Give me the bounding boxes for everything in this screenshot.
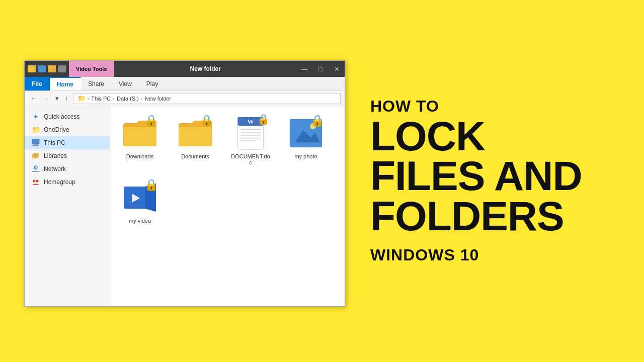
file-item-my-photo[interactable]: 🔒 my photo xyxy=(283,113,329,167)
file-item-document-doc[interactable]: W 🔒 DOCUMENT.doc xyxy=(228,113,273,167)
document-lock-icon: 🔒 xyxy=(257,113,270,125)
homegroup-icon xyxy=(32,178,40,186)
up-button[interactable]: ↑ xyxy=(63,95,70,102)
recent-button[interactable]: ▾ xyxy=(54,95,60,102)
tab-play[interactable]: Play xyxy=(139,77,166,90)
ribbon-tabs: File Home Share View Play xyxy=(25,77,345,91)
tb-icon-2 xyxy=(38,65,46,72)
tb-icon-1 xyxy=(28,65,36,72)
photo-lock-icon: 🔒 xyxy=(310,114,324,127)
file-item-my-video[interactable]: 🔒 my video xyxy=(117,177,163,226)
document-doc-label: DOCUMENT.doc xyxy=(230,153,271,165)
tab-file[interactable]: File xyxy=(25,77,50,90)
main-content: ✦ Quick access 📁 OneDrive This PC xyxy=(25,106,345,306)
this-pc-icon xyxy=(32,139,40,147)
address-path[interactable]: 📁 › This PC › Data (S:) › New folder xyxy=(73,93,341,104)
svg-point-6 xyxy=(35,167,36,168)
sidebar-item-onedrive[interactable]: 📁 OneDrive xyxy=(25,123,110,136)
libraries-icon xyxy=(32,152,40,160)
my-photo-label: my photo xyxy=(294,153,317,159)
window-title: New folder xyxy=(114,61,296,77)
sidebar-item-libraries[interactable]: Libraries xyxy=(25,149,110,162)
documents-folder-icon: 🔒 xyxy=(177,115,213,151)
my-video-icon: 🔒 xyxy=(122,179,158,216)
forward-button[interactable]: → xyxy=(41,95,51,102)
back-button[interactable]: ← xyxy=(29,95,38,102)
downloads-folder-icon: 🔒 xyxy=(122,115,158,151)
main-title-line1: LOCK xyxy=(370,117,619,155)
svg-point-9 xyxy=(33,180,36,183)
network-icon xyxy=(32,165,40,173)
title-bar: Video Tools New folder — □ ✕ xyxy=(25,61,345,77)
svg-rect-4 xyxy=(34,153,39,157)
main-title-line2: FILES AND xyxy=(370,157,619,195)
right-panel: HOW TO LOCK FILES AND FOLDERS WINDOWS 10 xyxy=(345,77,644,285)
downloads-lock-icon: 🔒 xyxy=(144,114,158,127)
tab-share[interactable]: Share xyxy=(81,77,112,90)
svg-rect-0 xyxy=(32,139,39,144)
window-controls: — □ ✕ xyxy=(296,61,345,77)
onedrive-icon: 📁 xyxy=(32,126,40,134)
svg-text:W: W xyxy=(247,118,254,125)
svg-rect-1 xyxy=(34,144,38,145)
tab-home[interactable]: Home xyxy=(50,77,81,90)
my-photo-icon: 🔒 xyxy=(288,115,324,151)
explorer-window: Video Tools New folder — □ ✕ File Home S… xyxy=(24,60,345,307)
minimize-button[interactable]: — xyxy=(296,61,312,77)
sidebar-item-quick-access[interactable]: ✦ Quick access xyxy=(25,110,110,123)
video-lock-icon: 🔒 xyxy=(144,178,158,192)
sidebar: ✦ Quick access 📁 OneDrive This PC xyxy=(25,106,110,306)
tb-icon-4 xyxy=(58,65,66,72)
documents-lock-icon: 🔒 xyxy=(200,114,213,127)
maximize-button[interactable]: □ xyxy=(312,61,329,77)
svg-rect-2 xyxy=(33,145,39,146)
my-video-label: my video xyxy=(129,218,151,224)
svg-point-10 xyxy=(36,180,39,183)
video-tools-tab[interactable]: Video Tools xyxy=(69,61,114,77)
subtitle-text: WINDOWS 10 xyxy=(370,246,619,264)
quick-access-icon: ✦ xyxy=(32,113,40,121)
main-title-line3: FOLDERS xyxy=(370,197,619,235)
document-doc-icon: W 🔒 xyxy=(232,115,269,151)
file-area: 🔒 Downloads 🔒 Documents xyxy=(110,106,345,306)
sidebar-item-this-pc[interactable]: This PC xyxy=(25,136,110,149)
tb-icon-3 xyxy=(48,65,56,72)
sidebar-item-network[interactable]: Network xyxy=(25,162,110,175)
address-bar: ← → ▾ ↑ 📁 › This PC › Data (S:) › New fo… xyxy=(25,91,345,106)
file-item-downloads[interactable]: 🔒 Downloads xyxy=(117,113,163,167)
howto-text: HOW TO xyxy=(370,98,619,115)
downloads-label: Downloads xyxy=(126,153,153,159)
documents-label: Documents xyxy=(181,153,209,159)
sidebar-item-homegroup[interactable]: Homegroup xyxy=(25,175,110,189)
tab-view[interactable]: View xyxy=(112,77,139,90)
close-button[interactable]: ✕ xyxy=(329,61,345,77)
file-item-documents[interactable]: 🔒 Documents xyxy=(173,113,218,167)
